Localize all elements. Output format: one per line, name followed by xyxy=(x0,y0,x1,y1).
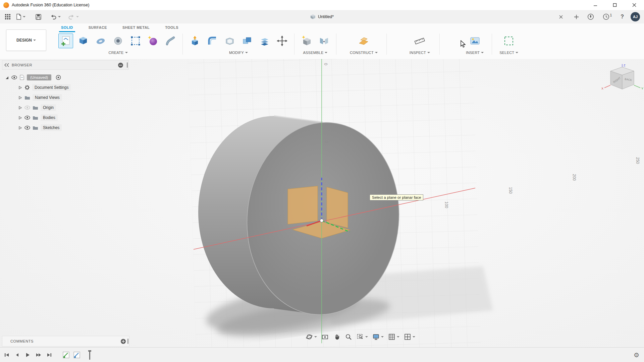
zoom-icon[interactable] xyxy=(345,333,352,341)
maximize-button[interactable] xyxy=(605,0,625,10)
collapse-panel-icon[interactable] xyxy=(4,63,9,67)
comments-title: COMMENTS xyxy=(10,339,34,343)
browser-item-sketches[interactable]: Sketches xyxy=(2,123,129,133)
ribbon-tabs: SOLID SURFACE SHEET METAL TOOLS xyxy=(59,23,180,32)
go-to-start-button[interactable] xyxy=(4,352,9,358)
extrude-button[interactable] xyxy=(76,34,91,48)
tab-close-icon[interactable] xyxy=(557,12,565,21)
create-dropdown[interactable]: CREATE xyxy=(108,51,127,55)
tab-sheet-metal[interactable]: SHEET METAL xyxy=(120,25,152,32)
minimize-button[interactable] xyxy=(586,0,605,10)
orbit-icon[interactable] xyxy=(306,333,317,341)
item-label: Document Settings xyxy=(32,84,71,91)
construct-dropdown[interactable]: CONSTRUCT xyxy=(350,51,378,55)
help-icon[interactable]: ? xyxy=(619,12,626,21)
browser-item-origin[interactable]: Origin xyxy=(2,103,129,113)
close-button[interactable] xyxy=(625,0,644,10)
save-button[interactable] xyxy=(34,12,43,21)
modify-dropdown[interactable]: MODIFY xyxy=(229,51,248,55)
create-sketch-button[interactable] xyxy=(58,34,73,48)
fusion360-window: Autodesk Fusion 360 (Education License) xyxy=(0,0,644,362)
step-back-button[interactable] xyxy=(15,352,19,358)
view-cube[interactable]: Z RIGHT BACK X Y xyxy=(600,63,644,101)
hole-button[interactable] xyxy=(111,34,125,48)
comments-scrollbar[interactable] xyxy=(127,339,128,344)
zoom-window-icon[interactable] xyxy=(357,333,368,341)
insert-dropdown[interactable]: INSERT xyxy=(466,51,484,55)
browser-item-named-views[interactable]: Named Views xyxy=(2,93,129,103)
browser-item-document-settings[interactable]: Document Settings xyxy=(2,82,129,93)
document-tab[interactable]: Untitled* xyxy=(310,10,334,23)
new-component-button[interactable] xyxy=(299,34,314,48)
user-avatar[interactable]: AJ xyxy=(631,12,640,21)
grid-snaps-icon[interactable] xyxy=(388,333,399,341)
file-menu-button[interactable] xyxy=(14,12,28,21)
look-at-icon[interactable] xyxy=(321,333,329,341)
visibility-eye-off-icon[interactable] xyxy=(24,106,30,110)
svg-text:50: 50 xyxy=(381,213,385,217)
visibility-eye-icon[interactable] xyxy=(11,75,17,79)
shell-button[interactable] xyxy=(222,34,237,48)
notification-count: 1 xyxy=(610,13,612,17)
move-copy-button[interactable] xyxy=(275,34,289,48)
undo-button[interactable] xyxy=(48,12,63,21)
expanded-arrow-icon[interactable] xyxy=(5,75,9,80)
display-settings-icon[interactable] xyxy=(372,333,384,341)
measure-button[interactable] xyxy=(412,34,427,48)
sweep-button[interactable] xyxy=(163,34,178,48)
joint-button[interactable] xyxy=(317,34,331,48)
comments-add-icon[interactable] xyxy=(121,339,126,344)
extensions-icon[interactable] xyxy=(585,12,596,21)
fillet-button[interactable] xyxy=(205,34,220,48)
workspace-selector[interactable]: DESIGN xyxy=(6,29,46,51)
pan-icon[interactable] xyxy=(333,333,340,341)
revolve-button[interactable] xyxy=(93,34,108,48)
select-dropdown[interactable]: SELECT xyxy=(499,51,518,55)
collapsed-arrow-icon[interactable] xyxy=(18,116,22,120)
browser-display-toggle-icon[interactable] xyxy=(118,63,123,68)
insert-canvas-button[interactable] xyxy=(468,34,482,48)
comments-panel[interactable]: COMMENTS xyxy=(2,336,129,347)
timeline-sketch-feature-1[interactable] xyxy=(62,351,70,359)
viewcube-axis-z: Z xyxy=(624,64,626,67)
origin-plane-right xyxy=(327,187,348,228)
folder-icon xyxy=(33,105,38,110)
offset-face-button[interactable] xyxy=(257,34,272,48)
browser-item-bodies[interactable]: Bodies xyxy=(2,113,129,123)
activate-component-icon[interactable] xyxy=(56,75,61,80)
select-button[interactable] xyxy=(501,34,516,48)
app-menu-icon[interactable] xyxy=(3,12,13,21)
browser-header[interactable]: BROWSER xyxy=(2,60,129,70)
tab-tools[interactable]: TOOLS xyxy=(163,25,180,32)
redo-button[interactable] xyxy=(66,12,81,21)
visibility-eye-icon[interactable] xyxy=(24,116,30,120)
new-tab-button[interactable] xyxy=(572,12,581,21)
gear-icon xyxy=(24,85,30,90)
job-status-icon[interactable]: 1 xyxy=(601,12,614,21)
browser-scrollbar[interactable] xyxy=(127,62,128,68)
viewports-icon[interactable] xyxy=(404,333,415,341)
pattern-button[interactable] xyxy=(128,34,143,48)
visibility-eye-icon[interactable] xyxy=(24,126,30,130)
folder-icon xyxy=(33,125,38,130)
collapsed-arrow-icon[interactable] xyxy=(18,85,22,90)
timeline-settings-gear-icon[interactable]: ⚙ xyxy=(634,348,639,362)
collapsed-arrow-icon[interactable] xyxy=(18,106,22,110)
inspect-dropdown[interactable]: INSPECT xyxy=(410,51,430,55)
assemble-dropdown[interactable]: ASSEMBLE xyxy=(303,51,328,55)
browser-root-row[interactable]: (Unsaved) xyxy=(2,72,129,82)
tab-surface[interactable]: SURFACE xyxy=(87,25,109,32)
collapsed-arrow-icon[interactable] xyxy=(18,96,22,100)
timeline-playhead[interactable] xyxy=(89,350,90,360)
create-form-button[interactable] xyxy=(146,34,160,48)
title-bar: Autodesk Fusion 360 (Education License) xyxy=(0,0,644,10)
press-pull-button[interactable] xyxy=(187,34,202,48)
offset-plane-button[interactable] xyxy=(356,34,371,48)
go-to-end-button[interactable] xyxy=(47,352,52,358)
combine-button[interactable] xyxy=(240,34,255,48)
step-forward-button[interactable] xyxy=(35,352,41,358)
play-button[interactable] xyxy=(25,352,30,358)
timeline-sketch-feature-2[interactable] xyxy=(73,351,80,359)
collapsed-arrow-icon[interactable] xyxy=(18,126,22,130)
tab-solid[interactable]: SOLID xyxy=(59,25,75,32)
